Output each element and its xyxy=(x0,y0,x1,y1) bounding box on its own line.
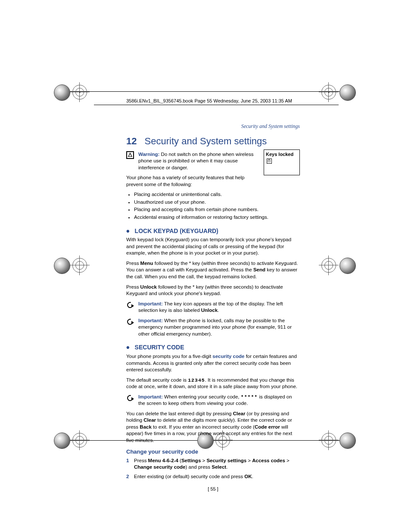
screen-label: Keys locked xyxy=(266,151,293,158)
sphere-icon xyxy=(339,432,356,449)
list-item: 2 Enter existing (or default) security c… xyxy=(126,473,300,480)
important-icon xyxy=(126,301,135,311)
sphere-icon xyxy=(54,84,70,101)
chapter-title-text: Security and System settings xyxy=(145,136,267,146)
document-page: 3586i.ENv1_BIL_9356745.book Page 55 Wedn… xyxy=(0,0,411,532)
section-heading-security-code: • SECURITY CODE xyxy=(126,343,300,352)
body-paragraph: Press Unlock followed by the * key (with… xyxy=(126,284,300,297)
sphere-icon xyxy=(54,258,70,274)
body-paragraph: Your phone prompts you for a five-digit … xyxy=(126,353,300,373)
section-heading-keyguard: • LOCK KEYPAD (KEYGUARD) xyxy=(126,227,300,235)
warning-icon xyxy=(126,151,135,161)
sphere-icon xyxy=(339,84,356,101)
running-head: Security and System settings xyxy=(126,123,300,130)
important-label: Important: xyxy=(138,318,163,323)
registration-mark-icon xyxy=(321,258,336,273)
body-paragraph: The default security code is 12345. It i… xyxy=(126,377,300,390)
important-box: Important: The key icon appears at the t… xyxy=(126,301,300,314)
page-number: [ 55 ] xyxy=(126,486,300,492)
rule-header-under xyxy=(94,105,339,105)
important-text: Important: The key icon appears at the t… xyxy=(138,301,300,314)
important-text: Important: When the phone is locked, cal… xyxy=(138,317,300,338)
rule-top xyxy=(68,91,340,92)
feature-bullets: Placing accidental or unintentional call… xyxy=(126,191,300,221)
important-text: Important: When entering your security c… xyxy=(138,394,300,407)
important-label: Important: xyxy=(138,394,163,399)
list-item: 1 Press Menu 4-6-2-4 (Settings > Securit… xyxy=(126,457,300,471)
body-paragraph: You can delete the last entered digit by… xyxy=(126,411,300,444)
rule-stub xyxy=(329,91,329,93)
list-item: Unauthorized use of your phone. xyxy=(134,199,300,206)
warning-text: Warning: Do not switch on the phone when… xyxy=(138,151,260,171)
warning-label: Warning: xyxy=(138,152,159,157)
key-lock-icon xyxy=(267,159,272,164)
header-line: 3586i.ENv1_BIL_9356745.book Page 55 Wedn… xyxy=(126,98,292,103)
subsection-heading-change-code: Change your security code xyxy=(126,448,300,456)
warning-box: Warning: Do not switch on the phone when… xyxy=(126,151,260,171)
registration-mark-icon xyxy=(72,433,87,448)
phone-screen-box: Keys locked xyxy=(264,149,300,175)
chapter-title: 12 Security and System settings xyxy=(126,135,300,148)
sphere-icon xyxy=(339,258,356,274)
rule-stub xyxy=(80,91,80,93)
steps-list: 1 Press Menu 4-6-2-4 (Settings > Securit… xyxy=(126,457,300,480)
registration-mark-icon xyxy=(72,258,87,273)
sphere-icon xyxy=(54,432,70,449)
list-item: Placing accidental or unintentional call… xyxy=(134,191,300,198)
important-box: Important: When entering your security c… xyxy=(126,394,300,407)
important-box: Important: When the phone is locked, cal… xyxy=(126,317,300,338)
list-item: Accidental erasing of information or res… xyxy=(134,214,300,221)
important-label: Important: xyxy=(138,301,163,306)
list-item: Placing and accepting calls from certain… xyxy=(134,206,300,213)
step-number: 2 xyxy=(126,473,129,480)
registration-mark-icon xyxy=(321,433,336,448)
bullet-icon: • xyxy=(126,226,130,236)
page-content: Security and System settings 12 Security… xyxy=(126,123,300,492)
important-icon xyxy=(126,394,135,404)
intro-paragraph: Your phone has a variety of security fea… xyxy=(126,174,260,188)
bullet-icon: • xyxy=(126,342,130,353)
body-paragraph: With keypad lock (Keyguard) you can temp… xyxy=(126,236,300,257)
step-number: 1 xyxy=(126,457,129,464)
body-paragraph: Press Menu followed by the * key (within… xyxy=(126,260,300,280)
important-icon xyxy=(126,317,135,327)
chapter-number: 12 xyxy=(126,136,137,146)
